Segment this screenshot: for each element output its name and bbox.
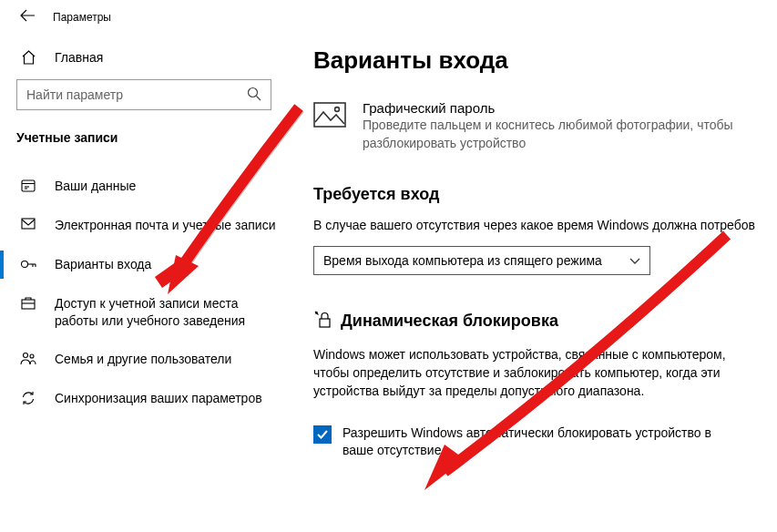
section-require-signin-desc: В случае вашего отсутствия через какое в…: [313, 217, 777, 235]
back-button[interactable]: [20, 9, 35, 25]
section-dynamic-lock-title: Динамическая блокировка: [313, 310, 777, 332]
sidebar-item-label: Доступ к учетной записи места работы или…: [55, 295, 284, 330]
sidebar-item-label: Семья и другие пользователи: [55, 351, 284, 368]
sidebar-item-label: Варианты входа: [55, 256, 284, 273]
people-icon: [20, 352, 36, 365]
search-icon: [247, 87, 261, 104]
search-input[interactable]: [26, 87, 247, 102]
svg-point-16: [335, 107, 340, 112]
svg-rect-11: [22, 300, 35, 309]
svg-point-7: [22, 261, 28, 267]
briefcase-icon: [20, 296, 36, 310]
key-icon: [20, 257, 36, 271]
svg-rect-17: [320, 319, 330, 327]
sidebar-item-signin-options[interactable]: Варианты входа: [0, 245, 293, 284]
dynamic-lock-checkbox[interactable]: [313, 425, 332, 444]
section-require-signin-title: Требуется вход: [313, 185, 777, 204]
sidebar-category: Учетные записи: [0, 110, 293, 158]
sidebar-item-label: Синхронизация ваших параметров: [55, 390, 284, 407]
dynamic-lock-icon: [313, 310, 332, 332]
picture-icon: [313, 102, 346, 128]
svg-line-1: [257, 96, 261, 100]
sidebar-item-label: Электронная почта и учетные записи: [55, 217, 284, 234]
sidebar-home-label: Главная: [55, 50, 103, 65]
require-signin-select[interactable]: Время выхода компьютера из спящего режим…: [313, 246, 650, 275]
sidebar-item-your-info[interactable]: Ваши данные: [0, 167, 293, 206]
dynamic-lock-title-text: Динамическая блокировка: [341, 312, 558, 331]
dynamic-lock-checkbox-row[interactable]: Разрешить Windows автоматически блокиров…: [313, 425, 777, 460]
sidebar-item-label: Ваши данные: [55, 178, 284, 195]
dynamic-lock-checkbox-label: Разрешить Windows автоматически блокиров…: [342, 425, 743, 460]
sidebar-home[interactable]: Главная: [0, 43, 293, 79]
mail-icon: [20, 218, 36, 230]
sidebar-item-sync[interactable]: Синхронизация ваших параметров: [0, 379, 293, 418]
dynamic-lock-desc: Windows может использовать устройства, с…: [313, 345, 751, 401]
search-input-container[interactable]: [16, 79, 271, 110]
svg-rect-6: [22, 219, 35, 229]
sidebar-item-email-accounts[interactable]: Электронная почта и учетные записи: [0, 206, 293, 245]
window-title: Параметры: [53, 11, 111, 24]
option-title: Графический пароль: [363, 100, 754, 116]
page-title: Варианты входа: [313, 46, 777, 75]
chevron-down-icon: [629, 253, 640, 268]
sidebar: Главная Учетные записи Ваши данные Элект…: [0, 30, 293, 532]
svg-rect-15: [314, 103, 345, 127]
svg-point-14: [30, 354, 34, 358]
svg-point-13: [24, 353, 28, 358]
main-content: Варианты входа Графический пароль Провед…: [293, 30, 777, 532]
select-value: Время выхода компьютера из спящего режим…: [323, 253, 602, 268]
svg-point-0: [249, 87, 258, 97]
svg-rect-2: [22, 180, 35, 191]
option-desc: Проведите пальцем и коснитесь любимой фо…: [363, 117, 754, 152]
info-icon: [20, 179, 36, 193]
sidebar-item-family[interactable]: Семья и другие пользователи: [0, 340, 293, 379]
sidebar-item-work-access[interactable]: Доступ к учетной записи места работы или…: [0, 284, 293, 341]
option-picture-password[interactable]: Графический пароль Проведите пальцем и к…: [313, 100, 777, 152]
sync-icon: [20, 391, 36, 405]
home-icon: [20, 50, 36, 65]
